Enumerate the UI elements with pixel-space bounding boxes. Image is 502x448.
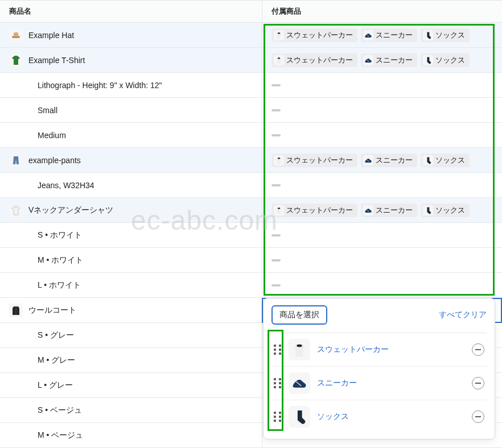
accessory-cell[interactable] [262, 98, 502, 123]
remove-item-button[interactable] [472, 410, 484, 423]
selector-item: スニーカー [271, 367, 487, 400]
hoodie-icon [274, 55, 284, 65]
accessory-cell[interactable]: スウェットパーカー スニーカー ソックス [262, 148, 502, 173]
variant-name-cell[interactable]: L • ホワイト [0, 273, 262, 298]
sneakers-icon [363, 30, 373, 40]
coat-icon [9, 304, 23, 317]
empty-dash-icon [271, 84, 281, 86]
accessory-cell[interactable] [262, 223, 502, 248]
tag-label: ソックス [435, 205, 465, 215]
tag-label: スニーカー [376, 155, 413, 165]
product-name: Example Hat [28, 31, 74, 40]
accessory-cell[interactable] [262, 73, 502, 98]
variant-name: M • グレー [9, 355, 253, 366]
variant-name-cell[interactable]: S • ベージュ [0, 398, 262, 423]
product-name-cell[interactable]: Vネックアンダーシャツ [0, 198, 262, 223]
tag-label: スニーカー [376, 55, 413, 65]
product-name: example-pants [28, 156, 81, 165]
pants-icon [9, 154, 23, 167]
accessory-cell[interactable]: スウェットパーカー スニーカー ソックス [262, 198, 502, 223]
select-products-button[interactable]: 商品を選択 [271, 305, 327, 325]
variant-name-cell[interactable]: L • グレー [0, 373, 262, 398]
accessory-tag[interactable]: ソックス [421, 53, 470, 67]
product-name-cell[interactable]: Example T-Shirt [0, 48, 262, 73]
variant-name: M • ホワイト [9, 255, 253, 266]
empty-dash-icon [271, 184, 281, 186]
socks-icon [423, 55, 433, 65]
accessory-cell[interactable] [262, 173, 502, 198]
product-name: ウールコート [28, 305, 76, 316]
socks-icon [423, 155, 433, 165]
variant-name: S • グレー [9, 330, 253, 341]
clear-all-link[interactable]: すべてクリア [439, 310, 487, 320]
accessory-tag[interactable]: ソックス [421, 28, 470, 42]
hoodie-icon [289, 339, 310, 360]
variant-name: M • ベージュ [9, 430, 253, 441]
product-name: Vネックアンダーシャツ [28, 205, 113, 215]
tag-label: スウェットパーカー [286, 205, 353, 215]
variant-name: Lithograph - Height: 9" x Width: 12" [9, 81, 253, 90]
variant-name-cell[interactable]: M • グレー [0, 348, 262, 373]
tag-label: スウェットパーカー [286, 30, 353, 40]
tag-label: スウェットパーカー [286, 55, 353, 65]
variant-name-cell[interactable]: M • ベージュ [0, 423, 262, 448]
accessory-tag[interactable]: ソックス [421, 204, 470, 217]
accessory-tag[interactable]: スニーカー [361, 53, 417, 67]
empty-dash-icon [271, 259, 281, 262]
product-name-cell[interactable]: example-pants [0, 148, 262, 173]
variant-name-cell[interactable]: M • ホワイト [0, 248, 262, 273]
variant-name-cell[interactable]: S • ホワイト [0, 223, 262, 248]
drag-handle-icon[interactable] [274, 345, 282, 355]
variant-name: L • ホワイト [9, 280, 253, 291]
empty-dash-icon [271, 284, 281, 287]
empty-dash-icon [271, 234, 281, 237]
tag-label: スニーカー [376, 205, 413, 215]
accessory-tag[interactable]: スウェットパーカー [271, 154, 357, 167]
accessory-cell[interactable]: スウェットパーカー スニーカー ソックス [262, 48, 502, 73]
accessory-cell[interactable]: スウェットパーカー スニーカー ソックス [262, 23, 502, 48]
socks-icon [423, 205, 433, 215]
product-name-cell[interactable]: ウールコート [0, 298, 262, 323]
tag-label: スウェットパーカー [286, 155, 353, 165]
accessory-tag[interactable]: スウェットパーカー [271, 28, 357, 42]
accessory-cell[interactable] [262, 123, 502, 148]
accessory-tag[interactable]: スニーカー [361, 204, 417, 217]
tag-label: スニーカー [376, 30, 413, 40]
selector-item-name[interactable]: スニーカー [317, 378, 465, 388]
accessory-cell[interactable] [262, 273, 502, 298]
variant-name: Medium [9, 131, 253, 140]
variant-name: Small [9, 106, 253, 115]
product-name: Example T-Shirt [28, 56, 85, 65]
selector-item: ソックス [271, 400, 487, 433]
remove-item-button[interactable] [472, 377, 484, 389]
selector-item-name[interactable]: スウェットパーカー [317, 345, 465, 355]
empty-dash-icon [271, 109, 281, 111]
product-name-cell[interactable]: Example Hat [0, 23, 262, 48]
hat-icon [9, 28, 23, 42]
sneakers-icon [289, 372, 310, 394]
accessory-tag[interactable]: ソックス [421, 154, 470, 167]
accessory-tag[interactable]: スニーカー [361, 154, 417, 167]
col-header-name: 商品名 [0, 1, 262, 23]
selector-item-name[interactable]: ソックス [317, 412, 465, 422]
variant-name-cell[interactable]: Lithograph - Height: 9" x Width: 12" [0, 73, 262, 98]
tag-label: ソックス [435, 55, 465, 65]
variant-name-cell[interactable]: Medium [0, 123, 262, 148]
variant-name-cell[interactable]: Small [0, 98, 262, 123]
hoodie-icon [274, 205, 284, 215]
variant-name-cell[interactable]: Jeans, W32H34 [0, 173, 262, 198]
drag-handle-icon[interactable] [274, 412, 282, 422]
variant-name-cell[interactable]: S • グレー [0, 323, 262, 348]
remove-item-button[interactable] [472, 343, 484, 356]
accessory-tag[interactable]: スウェットパーカー [271, 53, 357, 67]
accessory-cell[interactable] [262, 248, 502, 273]
drag-handle-icon[interactable] [274, 378, 282, 388]
accessory-tag[interactable]: スニーカー [361, 28, 417, 42]
hoodie-icon [274, 30, 284, 40]
accessory-tag[interactable]: スウェットパーカー [271, 204, 357, 217]
sneakers-icon [363, 205, 373, 215]
accessory-selector-panel: 商品を選択 すべてクリア スウェットパーカー スニーカー ソックス [263, 298, 495, 439]
variant-name: S • ホワイト [9, 230, 253, 240]
tag-label: ソックス [435, 30, 465, 40]
variant-name: S • ベージュ [9, 405, 253, 416]
